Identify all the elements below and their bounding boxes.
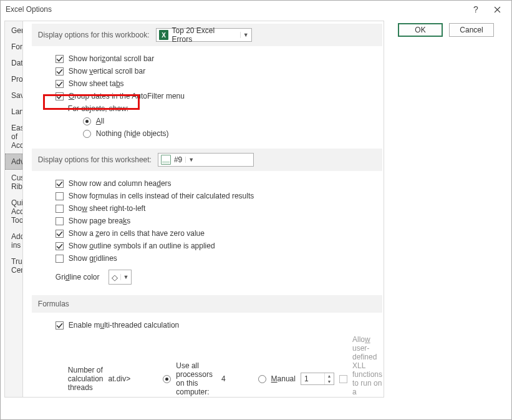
sidebar-item-proofing[interactable]: Proofing	[5, 71, 22, 87]
paint-bucket-icon: ◇	[112, 273, 118, 282]
checkbox-row-col-headers[interactable]	[56, 180, 64, 188]
label-manual-threads: Manual	[271, 374, 296, 383]
close-icon[interactable]	[486, 2, 508, 16]
objects-show-label: For objects, show:	[68, 104, 128, 113]
workbook-combo-value: Top 20 Excel Errors	[171, 26, 236, 44]
threads-label: Number of calculation threads	[68, 366, 104, 392]
checkbox-show-zero[interactable]	[56, 230, 64, 238]
sidebar-item-add-ins[interactable]: Add-ins	[5, 228, 22, 253]
worksheet-combo[interactable]: #9 ▼	[158, 153, 254, 167]
gridline-color-picker[interactable]: ◇ ▼	[109, 270, 132, 285]
sidebar-item-customize-ribbon[interactable]: Customize Ribbon	[5, 170, 22, 195]
spin-up-icon[interactable]: ▲	[325, 373, 334, 379]
sidebar-item-ease-of-access[interactable]: Ease of Access	[5, 120, 22, 154]
label-gridlines: Show gridlines	[69, 254, 117, 263]
label-objects-nothing: Nothing (hide objects)	[96, 129, 169, 138]
label-show-zero: Show a zero in cells that have zero valu…	[69, 229, 205, 238]
checkbox-multithread[interactable]	[56, 321, 64, 330]
checkbox-allow-xll	[339, 375, 347, 383]
sidebar-item-formulas[interactable]: Formulas	[5, 39, 22, 55]
worksheet-icon	[161, 155, 171, 165]
radio-use-all-processors[interactable]	[163, 375, 171, 383]
section-formulas-title: Formulas	[38, 300, 69, 308]
manual-thread-spinner[interactable]: 1 ▲▼	[301, 373, 334, 385]
section-workbook-header: Display options for this workbook: X Top…	[32, 24, 382, 46]
section-worksheet-title: Display options for this worksheet:	[38, 155, 152, 164]
radio-objects-all[interactable]	[83, 117, 91, 125]
cancel-button[interactable]: Cancel	[449, 23, 494, 37]
section-workbook-title: Display options for this workbook:	[38, 31, 150, 39]
options-panel: Display options for this workbook: X Top…	[23, 21, 384, 397]
label-vscroll: Show vertical scroll bar	[69, 67, 145, 76]
checkbox-gridlines[interactable]	[56, 255, 64, 263]
label-row-col-headers: Show row and column headers	[69, 179, 171, 188]
label-rtl: Show sheet right-to-left	[69, 204, 145, 213]
sidebar-item-quick-access-toolbar[interactable]: Quick Access Toolbar	[5, 195, 22, 228]
label-autofilter-dates: Group dates in the AutoFilter menu	[69, 92, 185, 100]
checkbox-autofilter-dates[interactable]	[56, 92, 64, 100]
sidebar-item-language[interactable]: Language	[5, 104, 22, 120]
radio-objects-nothing[interactable]	[83, 130, 91, 138]
label-sheet-tabs: Show sheet tabs	[69, 79, 124, 88]
dropdown-caret-icon: ▼	[120, 274, 129, 280]
label-page-breaks: Show page breaks	[69, 217, 130, 225]
dropdown-caret-icon: ▼	[240, 32, 249, 38]
section-worksheet-header: Display options for this worksheet: #9 ▼	[32, 149, 382, 171]
processor-count: 4	[221, 374, 226, 383]
sidebar-item-save[interactable]: Save	[5, 87, 22, 104]
manual-thread-value: 1	[301, 374, 324, 383]
sidebar-item-trust-center[interactable]: Trust Center	[5, 253, 22, 278]
workbook-combo[interactable]: X Top 20 Excel Errors ▼	[156, 28, 252, 42]
worksheet-combo-value: #9	[174, 155, 182, 164]
label-show-formulas: Show formulas in cells instead of their …	[69, 192, 254, 200]
excel-workbook-icon: X	[159, 30, 169, 40]
label-hscroll: Show horizontal scroll bar	[69, 54, 154, 63]
label-allow-xll: Allow user-defined XLL functions to run …	[352, 335, 382, 397]
label-outline-symbols: Show outline symbols if an outline is ap…	[69, 242, 215, 250]
ok-button[interactable]: OK	[398, 23, 443, 37]
label-use-all-processors: Use all processors on this computer:	[176, 361, 213, 396]
sidebar-item-general[interactable]: General	[5, 22, 22, 39]
sidebar-item-advanced[interactable]: Advanced	[5, 154, 22, 170]
label-objects-all: All	[96, 117, 104, 125]
dropdown-caret-icon: ▼	[185, 157, 194, 163]
checkbox-vscroll[interactable]	[56, 67, 64, 76]
checkbox-sheet-tabs[interactable]	[56, 80, 64, 88]
gridline-color-

label: Gridline color	[56, 273, 100, 281]
help-icon[interactable]: ?	[465, 2, 486, 16]
category-sidebar: General Formulas Data Proofing Save Lang…	[4, 21, 23, 398]
checkbox-show-formulas[interactable]	[56, 192, 64, 200]
window-title: Excel Options	[6, 5, 465, 14]
label-multithread: Enable multi-threaded calculation	[69, 321, 179, 330]
checkbox-outline-symbols[interactable]	[56, 242, 64, 250]
radio-manual-threads[interactable]	[258, 375, 266, 383]
spin-down-icon[interactable]: ▼	[325, 379, 334, 384]
checkbox-page-breaks[interactable]	[56, 217, 64, 225]
checkbox-rtl[interactable]	[56, 205, 64, 213]
section-formulas-header: Formulas	[32, 295, 382, 313]
sidebar-item-data[interactable]: Data	[5, 55, 22, 71]
checkbox-hscroll[interactable]	[56, 55, 64, 63]
